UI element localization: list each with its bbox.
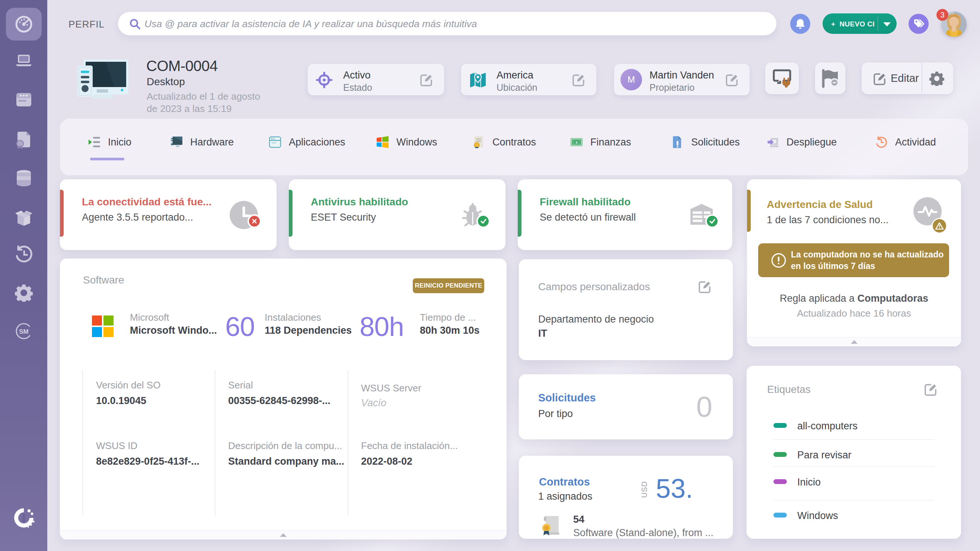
svg-text:SM: SM — [19, 328, 29, 335]
svg-text:$: $ — [576, 140, 578, 144]
